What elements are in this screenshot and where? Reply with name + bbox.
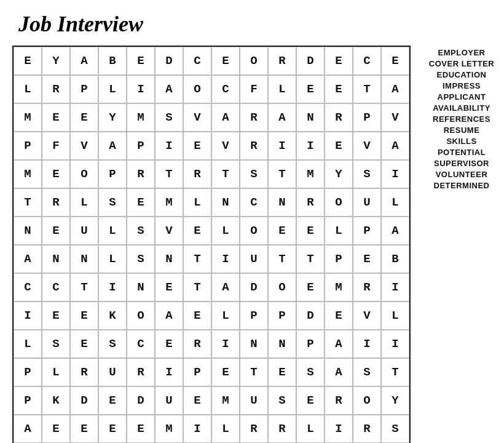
grid-cell[interactable]: U [240, 245, 268, 273]
grid-cell[interactable]: M [127, 103, 155, 132]
grid-cell[interactable]: U [240, 386, 268, 415]
grid-cell[interactable]: P [353, 217, 381, 245]
grid-cell[interactable]: P [14, 386, 42, 415]
grid-cell[interactable]: R [325, 386, 353, 415]
grid-cell[interactable]: V [211, 132, 240, 160]
grid-cell[interactable]: S [353, 160, 381, 188]
grid-cell[interactable]: E [183, 217, 211, 245]
grid-cell[interactable]: V [381, 103, 409, 132]
grid-cell[interactable]: S [155, 103, 183, 132]
grid-cell[interactable]: R [42, 75, 70, 103]
grid-cell[interactable]: L [14, 330, 42, 358]
grid-cell[interactable]: E [42, 415, 70, 443]
grid-cell[interactable]: L [98, 245, 127, 273]
grid-cell[interactable]: S [127, 245, 155, 273]
grid-cell[interactable]: E [268, 358, 296, 386]
grid-cell[interactable]: U [98, 358, 127, 386]
grid-cell[interactable]: I [183, 415, 211, 443]
grid-cell[interactable]: M [211, 386, 240, 415]
grid-cell[interactable]: O [240, 217, 268, 245]
grid-cell[interactable]: L [268, 75, 296, 103]
grid-cell[interactable]: A [155, 75, 183, 103]
grid-cell[interactable]: N [268, 330, 296, 358]
grid-cell[interactable]: I [353, 330, 381, 358]
grid-cell[interactable]: S [381, 415, 409, 443]
grid-cell[interactable]: N [268, 188, 296, 217]
grid-cell[interactable]: P [70, 75, 98, 103]
grid-cell[interactable]: F [240, 75, 268, 103]
grid-cell[interactable]: T [381, 358, 409, 386]
grid-cell[interactable]: M [14, 160, 42, 188]
grid-cell[interactable]: T [240, 358, 268, 386]
grid-cell[interactable]: R [268, 47, 296, 75]
grid-cell[interactable]: V [70, 132, 98, 160]
grid-cell[interactable]: S [98, 188, 127, 217]
grid-cell[interactable]: E [155, 330, 183, 358]
grid-cell[interactable]: T [70, 273, 98, 301]
grid-cell[interactable]: C [353, 47, 381, 75]
grid-cell[interactable]: I [381, 273, 409, 301]
grid-cell[interactable]: L [325, 217, 353, 245]
grid-cell[interactable]: D [70, 386, 98, 415]
grid-cell[interactable]: A [14, 415, 42, 443]
grid-cell[interactable]: L [296, 415, 325, 443]
grid-cell[interactable]: P [325, 245, 353, 273]
grid-cell[interactable]: A [268, 103, 296, 132]
grid-cell[interactable]: A [381, 75, 409, 103]
grid-cell[interactable]: E [211, 358, 240, 386]
grid-cell[interactable]: E [325, 75, 353, 103]
grid-cell[interactable]: N [14, 217, 42, 245]
grid-cell[interactable]: I [14, 301, 42, 330]
grid-cell[interactable]: I [381, 330, 409, 358]
grid-cell[interactable]: I [268, 132, 296, 160]
grid-cell[interactable]: R [240, 415, 268, 443]
grid-cell[interactable]: P [183, 358, 211, 386]
grid-cell[interactable]: V [353, 301, 381, 330]
grid-cell[interactable]: E [98, 386, 127, 415]
grid-cell[interactable]: E [127, 47, 155, 75]
grid-cell[interactable]: R [268, 415, 296, 443]
grid-cell[interactable]: C [211, 75, 240, 103]
grid-cell[interactable]: S [42, 330, 70, 358]
grid-cell[interactable]: T [14, 188, 42, 217]
grid-cell[interactable]: U [70, 217, 98, 245]
grid-cell[interactable]: L [14, 75, 42, 103]
grid-cell[interactable]: T [296, 245, 325, 273]
grid-cell[interactable]: O [325, 188, 353, 217]
grid-cell[interactable]: E [211, 47, 240, 75]
grid-cell[interactable]: A [211, 103, 240, 132]
grid-cell[interactable]: C [183, 47, 211, 75]
grid-cell[interactable]: E [268, 217, 296, 245]
grid-cell[interactable]: L [211, 301, 240, 330]
grid-cell[interactable]: I [127, 75, 155, 103]
grid-cell[interactable]: M [155, 188, 183, 217]
grid-cell[interactable]: S [353, 358, 381, 386]
grid-cell[interactable]: V [353, 132, 381, 160]
grid-cell[interactable]: E [42, 103, 70, 132]
grid-cell[interactable]: E [296, 217, 325, 245]
grid-cell[interactable]: N [155, 245, 183, 273]
grid-cell[interactable]: L [381, 301, 409, 330]
grid-cell[interactable]: R [353, 273, 381, 301]
grid-cell[interactable]: A [70, 47, 98, 75]
grid-cell[interactable]: N [70, 245, 98, 273]
grid-cell[interactable]: T [183, 273, 211, 301]
grid-cell[interactable]: N [127, 273, 155, 301]
grid-cell[interactable]: P [268, 301, 296, 330]
grid-cell[interactable]: E [296, 386, 325, 415]
grid-cell[interactable]: P [98, 160, 127, 188]
grid-cell[interactable]: Y [42, 47, 70, 75]
grid-cell[interactable]: T [211, 160, 240, 188]
grid-cell[interactable]: R [353, 415, 381, 443]
grid-cell[interactable]: A [381, 217, 409, 245]
grid-cell[interactable]: P [14, 132, 42, 160]
grid-cell[interactable]: R [127, 358, 155, 386]
grid-cell[interactable]: R [70, 358, 98, 386]
grid-cell[interactable]: E [155, 273, 183, 301]
grid-cell[interactable]: K [42, 386, 70, 415]
grid-cell[interactable]: E [98, 415, 127, 443]
grid-cell[interactable]: E [325, 301, 353, 330]
grid-cell[interactable]: L [183, 188, 211, 217]
grid-cell[interactable]: U [155, 386, 183, 415]
grid-cell[interactable]: S [127, 217, 155, 245]
